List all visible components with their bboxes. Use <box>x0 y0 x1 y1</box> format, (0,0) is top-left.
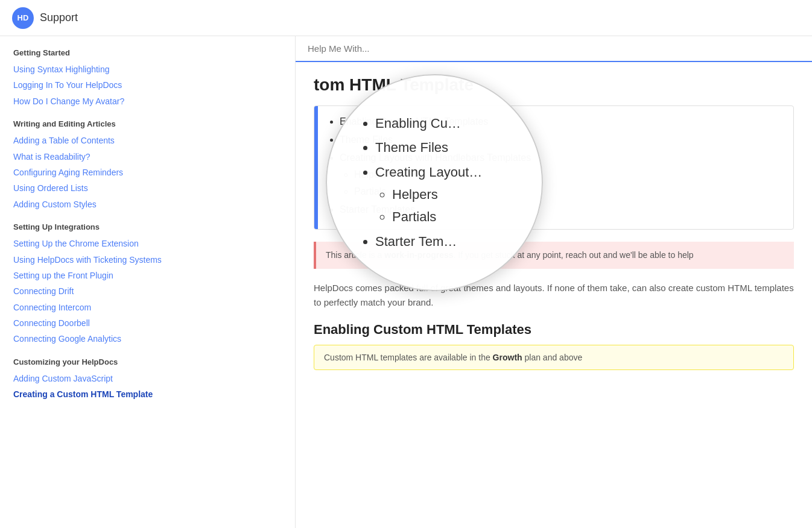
sidebar-item-custom-html[interactable]: Creating a Custom HTML Template <box>13 387 282 401</box>
sidebar-section-writing: Writing and Editing Articles <box>13 119 282 128</box>
sidebar-item-ticketing[interactable]: Using HelpDocs with Ticketing Systems <box>13 253 282 267</box>
sidebar-section-integrations: Setting Up Integrations <box>13 222 282 231</box>
magnifier-item-4: Starter Tem… <box>375 233 530 251</box>
section-heading: Enabling Custom HTML Templates <box>314 322 794 338</box>
sidebar-item-aging-reminders[interactable]: Configuring Aging Reminders <box>13 165 282 180</box>
magnifier-list: Enabling Cu… Theme Files Creating Layout… <box>357 115 530 251</box>
sidebar-item-google-analytics[interactable]: Connecting Google Analytics <box>13 332 282 346</box>
search-bar <box>296 36 812 62</box>
sidebar-item-intercom[interactable]: Connecting Intercom <box>13 300 282 315</box>
logo-text: HD <box>17 13 29 22</box>
search-input[interactable] <box>308 43 800 54</box>
yellow-text-post: plan and above <box>522 353 583 362</box>
sidebar-item-ordered-lists[interactable]: Using Ordered Lists <box>13 181 282 195</box>
sidebar-item-front-plugin[interactable]: Setting up the Front Plugin <box>13 268 282 283</box>
magnifier-item-2: Theme Files <box>375 139 530 157</box>
magnifier-subitem-helpers: Helpers <box>392 186 530 204</box>
yellow-bold: Growth <box>493 353 522 362</box>
yellow-box: Custom HTML templates are available in t… <box>314 345 794 370</box>
sidebar-item-table-of-contents[interactable]: Adding a Table of Contents <box>13 133 282 148</box>
blue-accent-bar <box>314 106 318 229</box>
sidebar-item-custom-styles[interactable]: Adding Custom Styles <box>13 197 282 212</box>
sidebar: Getting Started Using Syntax Highlightin… <box>0 36 296 528</box>
site-title: Support <box>40 11 78 24</box>
magnifier-item-1: Enabling Cu… <box>375 115 530 133</box>
article-body: HelpDocs comes packed full of great them… <box>314 281 794 310</box>
magnifier-subitem-partials: Partials <box>392 208 530 227</box>
article-content: tom HTML Template Enabling Custom HTML T… <box>296 62 812 382</box>
magnifier-item-3: Creating Layout… Helpers Partials <box>375 163 530 226</box>
logo: HD <box>12 7 34 29</box>
sidebar-item-custom-js[interactable]: Adding Custom JavaScript <box>13 371 282 386</box>
sidebar-item-chrome-extension[interactable]: Setting Up the Chrome Extension <box>13 236 282 251</box>
main-content: tom HTML Template Enabling Custom HTML T… <box>296 36 812 528</box>
main-layout: Getting Started Using Syntax Highlightin… <box>0 36 812 528</box>
sidebar-item-syntax-highlighting[interactable]: Using Syntax Highlighting <box>13 62 282 77</box>
header: HD Support <box>0 0 812 36</box>
sidebar-item-doorbell[interactable]: Connecting Doorbell <box>13 316 282 330</box>
sidebar-item-logging-in[interactable]: Logging In To Your HelpDocs <box>13 78 282 92</box>
sidebar-item-readability[interactable]: What is Readability? <box>13 149 282 164</box>
sidebar-section-customizing: Customizing your HelpDocs <box>13 357 282 366</box>
magnifier-content: Enabling Cu… Theme Files Creating Layout… <box>327 96 542 269</box>
magnifier-sublist: Helpers Partials <box>375 186 530 227</box>
yellow-text-pre: Custom HTML templates are available in t… <box>324 353 493 362</box>
magnifier-overlay: Enabling Cu… Theme Files Creating Layout… <box>326 74 543 291</box>
sidebar-item-avatar[interactable]: How Do I Change My Avatar? <box>13 94 282 108</box>
sidebar-item-drift[interactable]: Connecting Drift <box>13 284 282 298</box>
sidebar-section-getting-started: Getting Started <box>13 48 282 57</box>
